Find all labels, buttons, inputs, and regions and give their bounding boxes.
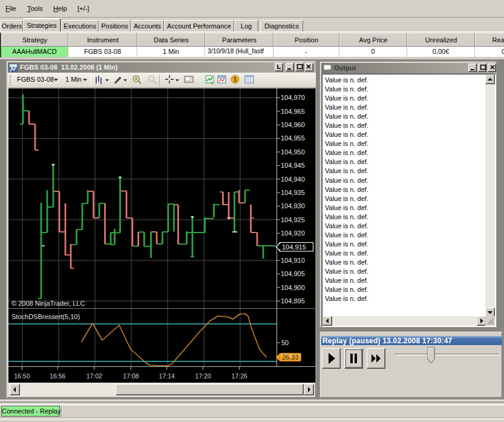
svg-text:104,970: 104,970 bbox=[281, 94, 305, 101]
svg-text:104,900: 104,900 bbox=[281, 284, 305, 291]
svg-text:26,33: 26,33 bbox=[282, 354, 299, 361]
svg-text:17:20: 17:20 bbox=[195, 372, 211, 380]
svg-text:17:14: 17:14 bbox=[159, 372, 175, 380]
svg-text:17:08: 17:08 bbox=[123, 372, 139, 380]
svg-text:104,930: 104,930 bbox=[281, 202, 305, 209]
svg-text:104,910: 104,910 bbox=[281, 257, 305, 264]
svg-text:104,905: 104,905 bbox=[281, 270, 305, 277]
svg-text:104,920: 104,920 bbox=[281, 229, 305, 237]
svg-text:104,915: 104,915 bbox=[282, 243, 306, 251]
svg-text:16:50: 16:50 bbox=[14, 372, 30, 380]
svg-text:104,955: 104,955 bbox=[281, 134, 305, 142]
svg-text:104,965: 104,965 bbox=[281, 108, 305, 115]
svg-text:StochDSBressert(5,10): StochDSBressert(5,10) bbox=[11, 313, 80, 320]
svg-text:104,925: 104,925 bbox=[281, 216, 305, 223]
svg-text:17:02: 17:02 bbox=[87, 372, 102, 380]
svg-text:104,935: 104,935 bbox=[281, 189, 305, 196]
svg-text:104,945: 104,945 bbox=[281, 162, 305, 169]
svg-text:17:26: 17:26 bbox=[232, 372, 247, 380]
svg-text:104,960: 104,960 bbox=[281, 121, 305, 128]
svg-text:16:56: 16:56 bbox=[50, 372, 65, 380]
svg-text:104,940: 104,940 bbox=[281, 176, 305, 183]
svg-text:104,950: 104,950 bbox=[281, 148, 305, 156]
svg-text:104,895: 104,895 bbox=[281, 297, 305, 305]
svg-text:50: 50 bbox=[281, 339, 289, 346]
svg-text:$: $ bbox=[234, 76, 237, 83]
svg-text:© 2008 NinjaTrader, LLC: © 2008 NinjaTrader, LLC bbox=[11, 300, 85, 307]
